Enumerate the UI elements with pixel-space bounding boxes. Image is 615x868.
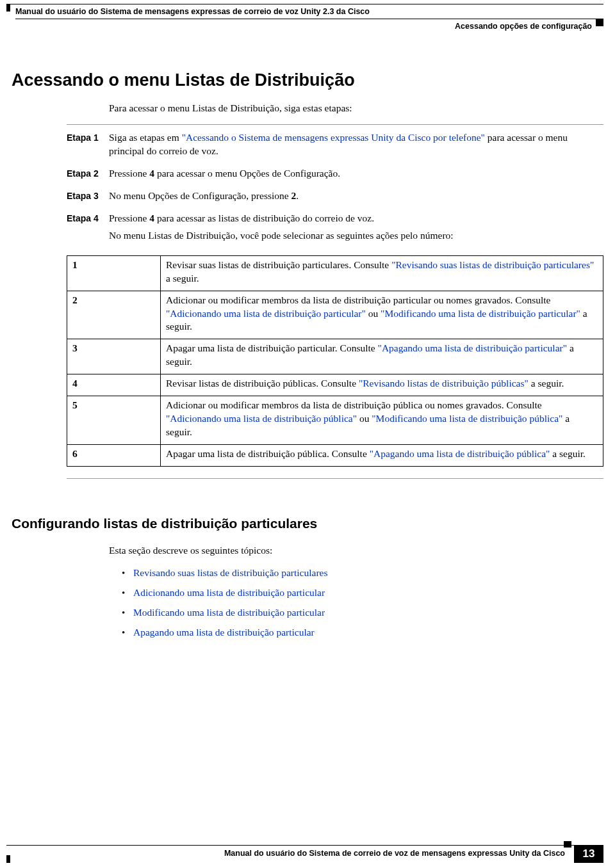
option-text: a seguir. bbox=[529, 378, 564, 389]
step-para2: No menu Listas de Distribuição, você pod… bbox=[109, 229, 603, 243]
header-marker-right bbox=[596, 19, 603, 26]
step-body: Pressione 4 para acessar o menu Opções d… bbox=[109, 167, 603, 184]
section2-intro: Esta seção descreve os seguintes tópicos… bbox=[109, 544, 603, 558]
step-key: 4 bbox=[149, 213, 154, 223]
header-section-path: Acessando opções de configuração bbox=[455, 21, 592, 32]
header-doc-title: Manual do usuário do Sistema de mensagen… bbox=[0, 4, 615, 17]
option-description: Adicionar ou modificar membros da lista … bbox=[161, 291, 603, 339]
option-link[interactable]: "Revisando listas de distribuição públic… bbox=[359, 378, 529, 389]
footer-rule bbox=[6, 845, 603, 846]
rule-above-steps bbox=[67, 124, 603, 125]
option-number: 2 bbox=[67, 291, 161, 339]
option-text: a seguir. bbox=[550, 448, 586, 459]
option-link[interactable]: "Apagando uma lista de distribuição part… bbox=[378, 342, 567, 353]
list-item-link[interactable]: Apagando uma lista de distribuição parti… bbox=[133, 627, 315, 638]
step-body: Siga as etapas em "Acessando o Sistema d… bbox=[109, 131, 603, 162]
option-number: 6 bbox=[67, 444, 161, 466]
step-text: . bbox=[296, 190, 299, 201]
page-number: 13 bbox=[583, 847, 595, 862]
table-row: 2Adicionar ou modificar membros da lista… bbox=[67, 291, 603, 339]
steps-list: Etapa 1 Siga as etapas em "Acessando o S… bbox=[67, 131, 603, 246]
table-row: 1Revisar suas listas de distribuição par… bbox=[67, 255, 603, 291]
step-row: Etapa 1 Siga as etapas em "Acessando o S… bbox=[67, 131, 603, 162]
step-key: 4 bbox=[149, 168, 154, 179]
option-text: ou bbox=[357, 413, 372, 424]
rule-below-table bbox=[67, 478, 603, 479]
option-text: Apagar uma lista de distribuição particu… bbox=[166, 342, 378, 353]
option-number: 1 bbox=[67, 255, 161, 291]
table-row: 5Adicionar ou modificar membros da lista… bbox=[67, 396, 603, 445]
table-row: 4Revisar listas de distribuição públicas… bbox=[67, 374, 603, 396]
option-text: a seguir. bbox=[166, 273, 199, 284]
option-link[interactable]: "Adicionando uma lista de distribuição p… bbox=[166, 308, 366, 319]
option-link[interactable]: "Apagando uma lista de distribuição públ… bbox=[370, 448, 550, 459]
page-content: Acessando o menu Listas de Distribuição … bbox=[0, 33, 615, 639]
list-item-link[interactable]: Adicionando uma lista de distribuição pa… bbox=[133, 587, 325, 598]
page-header: Manual do usuário do Sistema de mensagen… bbox=[0, 0, 615, 33]
option-description: Revisar listas de distribuição públicas.… bbox=[161, 374, 603, 396]
option-description: Apagar uma lista de distribuição pública… bbox=[161, 444, 603, 466]
step-text: para acessar o menu Opções de Configuraç… bbox=[154, 168, 340, 179]
option-text: ou bbox=[366, 308, 381, 319]
step-text: Pressione bbox=[109, 213, 149, 223]
page-footer: Manual do usuário do Sistema de correio … bbox=[6, 845, 603, 859]
option-number: 5 bbox=[67, 396, 161, 445]
option-number: 3 bbox=[67, 339, 161, 374]
option-text: Revisar suas listas de distribuição part… bbox=[166, 259, 391, 270]
options-table-wrap: 1Revisar suas listas de distribuição par… bbox=[67, 255, 603, 467]
header-rule bbox=[6, 4, 603, 4]
page-number-box: 13 bbox=[574, 845, 603, 863]
option-text: Apagar uma lista de distribuição pública… bbox=[166, 448, 370, 459]
list-item: Apagando uma lista de distribuição parti… bbox=[122, 626, 603, 639]
header-sub-row: Acessando opções de configuração bbox=[15, 19, 603, 33]
option-link[interactable]: "Modificando uma lista de distribuição p… bbox=[381, 308, 580, 319]
header-marker-left bbox=[6, 4, 10, 12]
bullet-list: Revisando suas listas de distribuição pa… bbox=[122, 567, 603, 639]
step-body: Pressione 4 para acessar as listas de di… bbox=[109, 212, 603, 246]
list-item: Revisando suas listas de distribuição pa… bbox=[122, 567, 603, 580]
footer-marker-left bbox=[6, 855, 10, 863]
option-description: Apagar uma lista de distribuição particu… bbox=[161, 339, 603, 374]
table-row: 6Apagar uma lista de distribuição públic… bbox=[67, 444, 603, 466]
option-description: Revisar suas listas de distribuição part… bbox=[161, 255, 603, 291]
list-item: Modificando uma lista de distribuição pa… bbox=[122, 606, 603, 620]
step-label: Etapa 4 bbox=[67, 212, 109, 246]
heading-1: Acessando o menu Listas de Distribuição bbox=[12, 68, 603, 92]
step-label: Etapa 1 bbox=[67, 131, 109, 162]
option-number: 4 bbox=[67, 374, 161, 396]
list-item-link[interactable]: Modificando uma lista de distribuição pa… bbox=[133, 607, 325, 618]
table-row: 3Apagar uma lista de distribuição partic… bbox=[67, 339, 603, 374]
list-item: Adicionando uma lista de distribuição pa… bbox=[122, 586, 603, 600]
heading-2: Configurando listas de distribuição part… bbox=[12, 515, 603, 533]
list-item-link[interactable]: Revisando suas listas de distribuição pa… bbox=[133, 567, 327, 578]
step-row: Etapa 2 Pressione 4 para acessar o menu … bbox=[67, 167, 603, 184]
intro-text: Para acessar o menu Listas de Distribuiç… bbox=[109, 102, 603, 115]
step-text: para acessar as listas de distribuição d… bbox=[154, 213, 374, 223]
options-table: 1Revisar suas listas de distribuição par… bbox=[67, 255, 603, 467]
step-link[interactable]: "Acessando o Sistema de mensagens expres… bbox=[182, 132, 485, 143]
option-link[interactable]: "Revisando suas listas de distribuição p… bbox=[391, 259, 594, 270]
step-row: Etapa 3 No menu Opções de Configuração, … bbox=[67, 189, 603, 207]
option-link[interactable]: "Adicionando uma lista de distribuição p… bbox=[166, 413, 357, 424]
option-link[interactable]: "Modificando uma lista de distribuição p… bbox=[372, 413, 562, 424]
step-row: Etapa 4 Pressione 4 para acessar as list… bbox=[67, 212, 603, 246]
option-description: Adicionar ou modificar membros da lista … bbox=[161, 396, 603, 445]
step-text: Siga as etapas em bbox=[109, 132, 182, 143]
step-body: No menu Opções de Configuração, pression… bbox=[109, 189, 603, 207]
footer-marker bbox=[564, 841, 571, 848]
step-text: No menu Opções de Configuração, pression… bbox=[109, 190, 291, 201]
footer-text: Manual do usuário do Sistema de correio … bbox=[6, 846, 603, 859]
step-text: Pressione bbox=[109, 168, 149, 179]
option-text: Adicionar ou modificar membros da lista … bbox=[166, 399, 542, 410]
option-text: Adicionar ou modificar membros da lista … bbox=[166, 294, 550, 305]
step-label: Etapa 2 bbox=[67, 167, 109, 184]
step-label: Etapa 3 bbox=[67, 189, 109, 207]
option-text: Revisar listas de distribuição públicas.… bbox=[166, 378, 359, 389]
